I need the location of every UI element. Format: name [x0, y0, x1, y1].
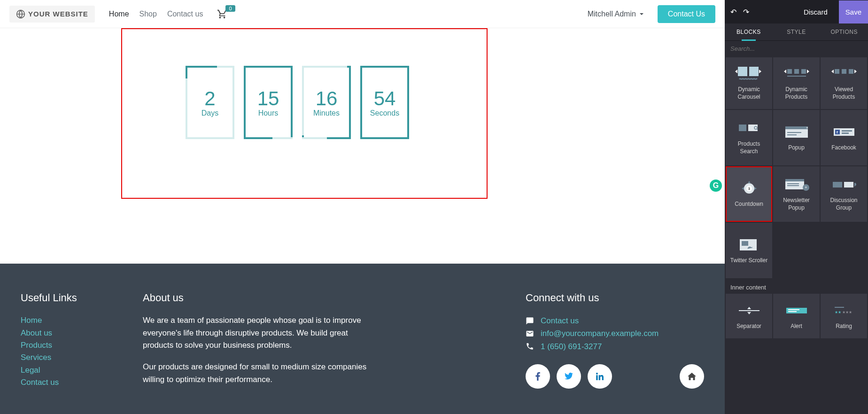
- social-facebook[interactable]: [526, 364, 550, 389]
- countdown-days-label: Days: [202, 109, 218, 117]
- save-button[interactable]: Save: [839, 0, 868, 23]
- footer-about-p1: We are a team of passionate people whose…: [143, 314, 368, 352]
- block-popup[interactable]: ✕ Popup: [773, 110, 820, 165]
- popup-thumb-icon: ✕: [783, 124, 811, 141]
- twitter-thumb-icon: [735, 236, 763, 253]
- svg-marker-15: [831, 70, 834, 73]
- grammarly-badge-icon[interactable]: G: [710, 180, 722, 192]
- nav-home[interactable]: Home: [109, 10, 129, 18]
- svg-rect-38: [785, 179, 804, 181]
- block-label: Popup: [788, 144, 805, 152]
- footer-connect: Connect with us Contact us info@yourcomp…: [526, 292, 704, 395]
- discard-button[interactable]: Discard: [804, 8, 828, 16]
- block-label: Separator: [736, 323, 761, 330]
- svg-text:★★★: ★★★: [842, 310, 852, 314]
- block-alert[interactable]: Alert: [773, 294, 820, 338]
- svg-rect-46: [742, 241, 748, 246]
- countdown-block[interactable]: 2 Days 15 Hours 16 Minutes 54 Seconds: [186, 66, 409, 139]
- social-twitter[interactable]: [557, 364, 581, 389]
- products-thumb-icon: [783, 65, 811, 82]
- svg-rect-51: [788, 309, 799, 310]
- section-inner-content: Inner content: [726, 278, 867, 294]
- svg-rect-53: [835, 307, 844, 308]
- cart-button[interactable]: 0: [217, 9, 227, 19]
- block-label: Alert: [790, 323, 802, 330]
- block-products-search[interactable]: Products Search: [726, 110, 772, 165]
- svg-marker-34: [748, 181, 751, 183]
- header-nav: YOUR WEBSITE Home Shop Contact us 0 Mitc…: [0, 0, 725, 28]
- blocks-library: Dynamic Carousel Dynamic Products Viewed…: [725, 56, 868, 414]
- page-canvas[interactable]: 2 Days 15 Hours 16 Minutes 54 Seconds: [0, 28, 725, 264]
- block-rating[interactable]: ★★★★★ Rating: [821, 294, 867, 338]
- svg-rect-18: [748, 125, 758, 131]
- footer-link-services[interactable]: Services: [21, 352, 115, 364]
- svg-marker-48: [747, 307, 751, 309]
- svg-text:+: +: [805, 185, 807, 190]
- svg-rect-40: [787, 185, 799, 186]
- footer-link-home[interactable]: Home: [21, 314, 115, 327]
- block-facebook[interactable]: f Facebook: [821, 110, 867, 165]
- countdown-seconds-label: Seconds: [370, 109, 399, 117]
- contact-us-button[interactable]: Contact Us: [658, 5, 715, 23]
- countdown-hours-label: Hours: [258, 109, 279, 117]
- block-viewed-products[interactable]: Viewed Products: [821, 57, 867, 109]
- footer-about-p2: Our products are designed for small to m…: [143, 361, 368, 386]
- footer-phone-link[interactable]: 1 (650) 691-3277: [541, 340, 602, 353]
- block-discussion-group[interactable]: Discussion Group: [821, 166, 867, 222]
- footer-link-contact[interactable]: Contact us: [21, 376, 115, 389]
- svg-rect-17: [739, 125, 746, 131]
- user-menu[interactable]: Mitchell Admin: [588, 10, 644, 18]
- svg-rect-12: [835, 69, 839, 74]
- countdown-days-card: 2 Days: [186, 66, 234, 139]
- block-countdown[interactable]: 3 Countdown: [726, 166, 772, 222]
- undo-button[interactable]: ↶: [730, 8, 736, 16]
- svg-marker-16: [854, 70, 857, 73]
- tab-options[interactable]: OPTIONS: [820, 23, 868, 40]
- svg-rect-52: [788, 311, 797, 312]
- block-newsletter-popup[interactable]: + Newsletter Popup: [773, 166, 820, 222]
- tab-blocks[interactable]: BLOCKS: [725, 23, 773, 40]
- svg-rect-50: [786, 308, 807, 313]
- block-label: Countdown: [735, 201, 763, 208]
- footer-link-products[interactable]: Products: [21, 339, 115, 352]
- svg-rect-11: [787, 76, 806, 77]
- svg-rect-43: [833, 182, 842, 187]
- svg-marker-9: [784, 70, 786, 73]
- svg-marker-10: [807, 70, 809, 73]
- social-buttons: [526, 364, 704, 389]
- nav-shop[interactable]: Shop: [140, 10, 157, 18]
- block-label: Dynamic Products: [776, 86, 817, 101]
- search-thumb-icon: [735, 120, 763, 137]
- countdown-minutes-card: 16 Minutes: [302, 66, 351, 139]
- search-input[interactable]: [729, 43, 863, 54]
- tab-style[interactable]: STYLE: [773, 23, 821, 40]
- logo-text: YOUR WEBSITE: [28, 10, 88, 18]
- block-dynamic-carousel[interactable]: Dynamic Carousel: [726, 57, 772, 109]
- block-separator[interactable]: Separator: [726, 294, 772, 338]
- footer-contact-link[interactable]: Contact us: [541, 314, 579, 327]
- svg-rect-7: [794, 69, 799, 74]
- svg-text:✕: ✕: [806, 126, 808, 129]
- footer-link-legal[interactable]: Legal: [21, 364, 115, 376]
- scroll-to-top[interactable]: [680, 364, 704, 389]
- footer-connect-title: Connect with us: [526, 292, 704, 304]
- nav-contact[interactable]: Contact us: [167, 10, 203, 18]
- svg-text:f: f: [837, 130, 838, 134]
- svg-marker-36: [754, 187, 757, 190]
- site-logo[interactable]: YOUR WEBSITE: [9, 6, 95, 23]
- separator-thumb-icon: [735, 302, 763, 319]
- footer-about-title: About us: [143, 292, 368, 304]
- carousel-thumb-icon: [735, 65, 763, 82]
- footer-email-link[interactable]: info@yourcompany.example.com: [541, 327, 659, 340]
- svg-rect-8: [801, 69, 806, 74]
- countdown-seconds-card: 54 Seconds: [360, 66, 409, 139]
- countdown-hours-card: 15 Hours: [244, 66, 293, 139]
- block-twitter-scroller[interactable]: Twitter Scroller: [726, 223, 772, 278]
- social-linkedin[interactable]: [588, 364, 612, 389]
- footer-link-about[interactable]: About us: [21, 327, 115, 339]
- footer-useful-links: Useful Links Home About us Products Serv…: [21, 292, 115, 395]
- svg-rect-14: [849, 69, 853, 74]
- redo-button[interactable]: ↷: [743, 8, 749, 16]
- linkedin-icon: [596, 373, 604, 380]
- block-dynamic-products[interactable]: Dynamic Products: [773, 57, 820, 109]
